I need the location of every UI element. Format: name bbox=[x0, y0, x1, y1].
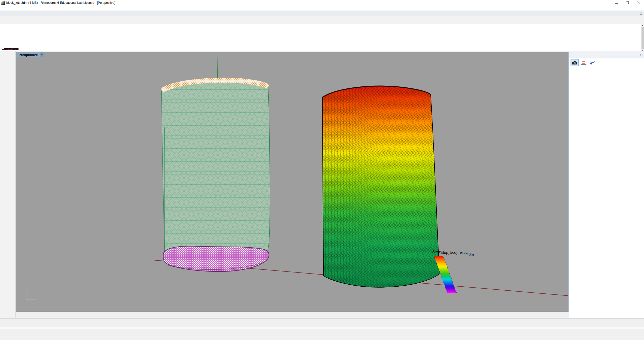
camera-icon[interactable] bbox=[571, 59, 579, 66]
properties-panel: ⚙ bbox=[569, 51, 644, 318]
command-area: Command: ▲ ▼ bbox=[0, 24, 644, 51]
gear-icon[interactable]: ⚙ bbox=[639, 12, 642, 16]
toolbar-tab-bar: ⚙ bbox=[0, 11, 644, 16]
command-prompt-label: Command: bbox=[2, 47, 19, 51]
selection-filter-bar bbox=[0, 318, 644, 327]
fem-result-tower[interactable] bbox=[323, 86, 440, 287]
rhino-logo-icon bbox=[1, 1, 5, 5]
osnap-bar bbox=[0, 329, 644, 336]
panel-toolbar bbox=[569, 58, 644, 67]
analysis-legend: Step:step_load Field:um bbox=[431, 249, 517, 307]
viewport-title[interactable]: Perspective bbox=[17, 52, 40, 57]
panel-tab-bar: ⚙ bbox=[569, 51, 644, 58]
restore-button[interactable] bbox=[622, 0, 633, 6]
base-point-cloud[interactable] bbox=[163, 246, 269, 271]
text-cursor bbox=[20, 47, 20, 51]
viewport-column: Perspective ▾ bbox=[16, 51, 569, 318]
viewport-tab-bar bbox=[16, 312, 569, 318]
perspective-viewport[interactable]: Perspective ▾ bbox=[16, 52, 569, 312]
command-scrollbar[interactable]: ▲ ▼ bbox=[641, 24, 644, 51]
panel-body bbox=[569, 67, 644, 318]
legend-colorbar bbox=[434, 256, 456, 293]
close-button[interactable] bbox=[633, 0, 644, 6]
menu-bar bbox=[0, 6, 644, 11]
minimize-button[interactable] bbox=[611, 0, 622, 6]
chevron-down-icon[interactable]: ▾ bbox=[40, 52, 44, 57]
window-title: block_tets.3dm (4 MB) - Rhinoceros 6 Edu… bbox=[6, 1, 115, 5]
separator bbox=[0, 327, 644, 329]
viewport-frame-icon[interactable] bbox=[580, 59, 588, 66]
legend-title: Step:step_load Field:um bbox=[432, 249, 474, 257]
scrollbar-thumb[interactable] bbox=[641, 27, 644, 49]
cplane-axes-icon bbox=[26, 290, 36, 299]
title-bar: block_tets.3dm (4 MB) - Rhinoceros 6 Edu… bbox=[0, 0, 644, 6]
status-bar bbox=[0, 336, 644, 340]
left-toolbar bbox=[0, 51, 16, 318]
command-prompt[interactable]: Command: bbox=[0, 46, 644, 51]
command-history[interactable] bbox=[0, 24, 644, 46]
point-toolbar bbox=[0, 16, 644, 24]
dolly-icon[interactable] bbox=[589, 59, 597, 66]
viewport-title-menu[interactable]: Perspective ▾ bbox=[17, 52, 44, 57]
main-region: Perspective ▾ bbox=[0, 51, 644, 318]
gear-icon[interactable]: ⚙ bbox=[640, 53, 643, 57]
scroll-up-icon[interactable]: ▲ bbox=[641, 24, 643, 26]
green-mesh-tower[interactable] bbox=[162, 80, 270, 271]
scroll-down-icon[interactable]: ▼ bbox=[641, 49, 643, 51]
rhino-window: block_tets.3dm (4 MB) - Rhinoceros 6 Edu… bbox=[0, 0, 644, 340]
